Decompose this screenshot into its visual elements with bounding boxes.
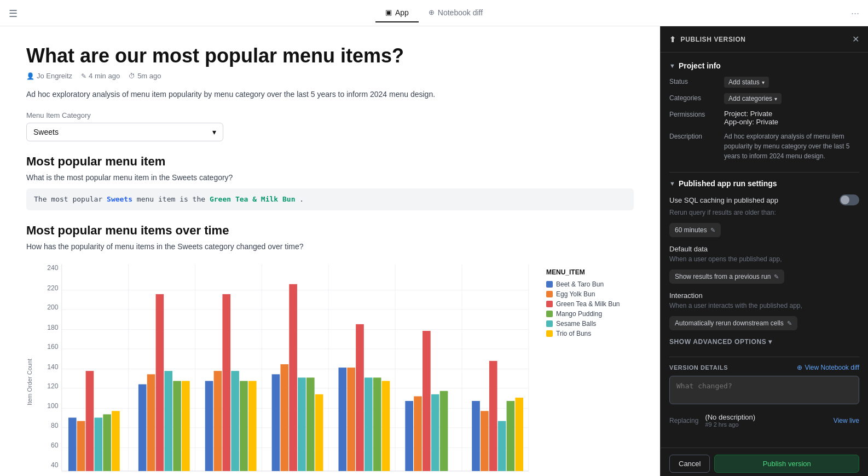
code-output: The most popular Sweets menu item is the…: [26, 188, 634, 210]
category-value: Sweets: [33, 128, 59, 136]
svg-rect-38: [156, 294, 164, 471]
show-advanced-row: SHOW ADVANCED OPTIONS ▾: [669, 338, 859, 346]
close-button[interactable]: ✕: [852, 34, 859, 44]
default-data-chip[interactable]: Show results from a previous run ✎: [669, 269, 784, 284]
svg-rect-55: [347, 368, 355, 471]
svg-rect-69: [498, 421, 506, 471]
chart-area: 40 60 80 100 120 140 160 180 200 220 240: [35, 257, 535, 476]
replacing-meta: #9 2 hrs ago: [705, 421, 833, 428]
project-info-header[interactable]: ▼ Project info: [669, 61, 859, 70]
svg-rect-57: [364, 377, 373, 471]
permissions-label: Permissions: [669, 110, 724, 118]
svg-rect-44: [222, 294, 230, 471]
tab-notebook-diff[interactable]: ⊕ Notebook diff: [419, 4, 493, 22]
more-options-button[interactable]: ···: [851, 8, 859, 19]
main-layout: What are our most popular menu items? 👤 …: [0, 26, 868, 476]
version-input[interactable]: [669, 376, 859, 404]
published-app-section: ▼ Published app run settings Use SQL cac…: [669, 179, 859, 346]
svg-rect-61: [414, 396, 422, 471]
svg-rect-64: [440, 391, 448, 471]
replacing-label: Replacing: [669, 417, 698, 425]
view-notebook-diff-label: View Notebook diff: [805, 364, 859, 371]
edited-ago: 4 min ago: [89, 72, 120, 80]
svg-rect-59: [382, 381, 390, 471]
default-data-block: Default data When a user opens the publi…: [669, 245, 859, 284]
edit-icon: ✎: [81, 72, 86, 80]
svg-text:180: 180: [47, 323, 59, 331]
svg-rect-67: [481, 411, 489, 471]
svg-rect-62: [423, 331, 431, 471]
sql-caching-value-chip[interactable]: 60 minutes ✎: [669, 223, 721, 237]
divider-1: [669, 172, 859, 173]
chart-inner: Item Order Count 40 60 80 100 120 140 16…: [26, 257, 634, 476]
version-details-section: VERSION DETAILS ⊕ View Notebook diff Rep…: [669, 364, 859, 428]
version-details-title: VERSION DETAILS: [669, 364, 728, 371]
content-area: What are our most popular menu items? 👤 …: [0, 26, 660, 476]
cancel-button[interactable]: Cancel: [669, 455, 710, 473]
published-app-header[interactable]: ▼ Published app run settings: [669, 179, 859, 188]
description-value: Ad hoc exploratory analysis of menu item…: [724, 131, 859, 161]
show-advanced-label: SHOW ADVANCED OPTIONS: [669, 338, 766, 346]
interaction-sub: When a user interacts with the published…: [669, 302, 859, 309]
svg-rect-41: [182, 381, 190, 471]
svg-rect-40: [173, 381, 181, 471]
interaction-block: Interaction When a user interacts with t…: [669, 291, 859, 330]
description-label: Description: [669, 131, 724, 140]
svg-rect-33: [94, 417, 102, 471]
top-nav: ☰ ▣ App ⊕ Notebook diff ···: [0, 0, 868, 26]
view-live-link[interactable]: View live: [834, 417, 859, 425]
panel-footer: Cancel Publish version: [661, 448, 868, 476]
description-text: Ad hoc exploratory analysis of menu item…: [26, 89, 634, 100]
svg-text:80: 80: [51, 421, 59, 429]
chart-container: Item Order Count 40 60 80 100 120 140 16…: [26, 257, 634, 476]
legend-label-2: Green Tea & Milk Bun: [556, 300, 620, 308]
version-details-header: VERSION DETAILS ⊕ View Notebook diff: [669, 364, 859, 371]
svg-rect-43: [214, 371, 222, 471]
categories-chevron-icon: ▾: [774, 96, 777, 102]
view-notebook-diff-button[interactable]: ⊕ View Notebook diff: [797, 364, 859, 371]
svg-rect-63: [431, 394, 439, 471]
right-panel: ⬆ PUBLISH VERSION ✕ ▼ Project info Statu…: [660, 26, 868, 476]
divider-2: [669, 357, 859, 357]
categories-tag[interactable]: Add categories ▾: [724, 93, 782, 104]
meta-row: 👤 Jo Engreitz ✎ 4 min ago ⏱ 5m ago: [26, 72, 634, 80]
sql-caching-label: Use SQL caching in published app: [669, 196, 778, 204]
default-data-label: Default data: [669, 245, 859, 253]
svg-text:120: 120: [47, 382, 59, 390]
legend-label-0: Beet & Taro Bun: [556, 280, 604, 288]
sql-caching-sub: Rerun query if results are older than:: [669, 209, 859, 216]
notebook-diff-icon: ⊕: [429, 8, 435, 16]
author-meta: 👤 Jo Engreitz: [26, 72, 72, 80]
sql-caching-toggle[interactable]: [840, 194, 859, 205]
publish-version-button[interactable]: Publish version: [714, 455, 859, 473]
tab-app-label: App: [395, 8, 409, 17]
svg-rect-31: [77, 421, 85, 471]
categories-label: Categories: [669, 93, 724, 102]
legend-color-5: [546, 330, 553, 337]
edit-default-icon: ✎: [774, 273, 779, 280]
section2-title: Most popular menu items over time: [26, 223, 634, 238]
svg-rect-70: [507, 401, 515, 471]
svg-text:40: 40: [51, 461, 59, 468]
svg-text:200: 200: [47, 303, 59, 311]
legend-label-1: Egg Yolk Bun: [556, 290, 595, 298]
param-label: Menu Item Category: [26, 111, 634, 119]
show-advanced-button[interactable]: SHOW ADVANCED OPTIONS ▾: [669, 338, 859, 346]
author-name: Jo Engreitz: [37, 72, 72, 80]
category-dropdown[interactable]: Sweets ▾: [26, 123, 223, 141]
default-data-value: Show results from a previous run: [675, 273, 771, 280]
legend-color-0: [546, 281, 553, 288]
section1-title: Most popular menu item: [26, 154, 634, 169]
status-tag[interactable]: Add status ▾: [724, 77, 769, 88]
panel-header-left: ⬆ PUBLISH VERSION: [669, 35, 746, 44]
interaction-chip[interactable]: Automatically rerun downstream cells ✎: [669, 316, 797, 330]
legend-item-4: Sesame Balls: [546, 320, 634, 328]
tab-app[interactable]: ▣ App: [375, 4, 419, 22]
sidebar-toggle[interactable]: ☰: [9, 8, 18, 20]
interaction-label: Interaction: [669, 291, 859, 300]
permissions-project: Project: Private: [724, 110, 859, 118]
code-text-1: The most popular: [34, 195, 102, 203]
svg-rect-42: [205, 381, 213, 471]
status-row: Status Add status ▾: [669, 77, 859, 88]
legend-color-1: [546, 291, 553, 297]
